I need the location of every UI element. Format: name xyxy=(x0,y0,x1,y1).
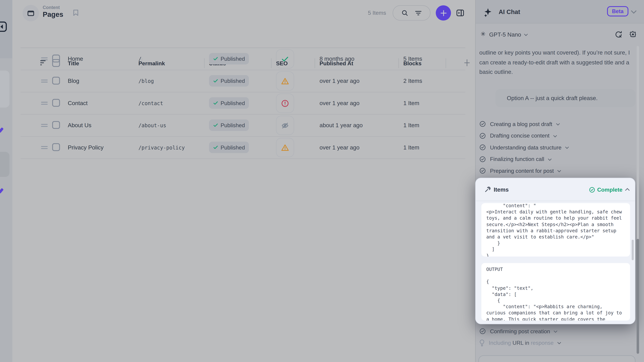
collection-icon-button[interactable] xyxy=(22,5,39,21)
tool-input-block[interactable]: "content": " <p>Interact daily with gent… xyxy=(481,203,630,257)
sidebar-check-icon xyxy=(0,188,4,194)
lightbulb-icon xyxy=(480,339,485,347)
user-message-text: Option A -- just a quick draft please. xyxy=(507,95,598,101)
table-row[interactable]: Privacy Policy /privacy-policy Published… xyxy=(20,136,465,159)
row-checkbox[interactable] xyxy=(52,99,60,107)
seo-status-button[interactable] xyxy=(276,49,294,68)
published-check-icon xyxy=(213,78,218,83)
page-title: Pages xyxy=(43,10,63,19)
permalink-cell: / xyxy=(138,56,142,62)
status-badge: Published xyxy=(209,119,249,131)
drag-handle-icon[interactable] xyxy=(41,57,48,60)
user-message-bubble: Option A -- just a quick draft please. xyxy=(495,89,636,107)
published-at-cell: over 1 year ago xyxy=(320,144,360,151)
row-checkbox[interactable] xyxy=(52,77,60,85)
page-title-cell[interactable]: Contact xyxy=(68,100,88,106)
task-item[interactable]: Understanding data structure xyxy=(480,142,569,153)
ai-chat-panel: AI Chat Beta ✳ GPT-5 Nano xyxy=(475,0,644,362)
tool-call-card: Items Complete "content": " <p>Interact … xyxy=(475,178,636,324)
sidebar-item[interactable] xyxy=(0,71,10,108)
breadcrumb: Content xyxy=(43,5,60,10)
drag-handle-icon[interactable] xyxy=(41,102,48,105)
tool-output-json: OUTPUT { "type": "text", "data": [ { "co… xyxy=(486,266,625,321)
seo-warning-icon xyxy=(281,77,289,85)
seo-status-button[interactable] xyxy=(276,116,294,135)
chevron-up-icon[interactable] xyxy=(625,188,630,191)
clear-history-icon[interactable] xyxy=(615,31,622,38)
toggle-right-panel-icon[interactable] xyxy=(456,9,464,17)
filter-icon[interactable] xyxy=(415,9,422,16)
tool-output-block[interactable]: OUTPUT { "type": "text", "data": [ { "co… xyxy=(481,263,630,321)
drag-handle-icon[interactable] xyxy=(41,146,48,149)
beta-badge: Beta xyxy=(607,6,628,16)
search-icon[interactable] xyxy=(401,9,408,16)
published-at-cell: about 1 year ago xyxy=(320,122,363,128)
task-item[interactable]: Creating a blog post draft xyxy=(480,118,560,130)
seo-status-button[interactable] xyxy=(276,94,294,113)
app-window: Content Pages 5 Items xyxy=(0,0,644,362)
gear-icon[interactable] xyxy=(629,31,636,38)
sidebar-check-icon xyxy=(0,127,4,133)
tool-card-header[interactable]: Items Complete xyxy=(476,178,635,201)
page-title-cell[interactable]: Privacy Policy xyxy=(68,144,104,151)
tool-card-status: Complete xyxy=(597,187,622,193)
task-item[interactable]: Preparing content for post xyxy=(480,165,561,176)
card-scrollbar-thumb[interactable] xyxy=(632,240,634,260)
table-row[interactable]: Home / Published 8 months ago 5 Items xyxy=(20,48,465,70)
create-item-button[interactable] xyxy=(436,5,451,20)
table-row[interactable]: About Us /about-us Published about 1 yea… xyxy=(20,114,465,137)
page-title-cell[interactable]: About Us xyxy=(68,122,91,128)
published-at-cell: 8 months ago xyxy=(320,55,354,62)
tool-card-title: Items xyxy=(494,186,509,193)
chevron-down-icon xyxy=(565,146,569,149)
published-check-icon xyxy=(213,56,218,61)
table-row[interactable]: Blog /blog Published over 1 year ago 2 I… xyxy=(20,70,465,92)
browser-window-icon xyxy=(28,10,34,16)
blocks-cell: 1 Item xyxy=(403,144,419,151)
panel-scrollbar-thumb[interactable] xyxy=(636,239,639,354)
task-item[interactable]: Confirming post creation xyxy=(480,326,558,337)
model-selector[interactable]: GPT-5 Nano xyxy=(489,31,528,38)
seo-status-button[interactable] xyxy=(276,71,294,91)
permalink-cell: /about-us xyxy=(138,122,166,128)
ai-chat-title: AI Chat xyxy=(498,8,520,15)
openai-logo-icon: ✳ xyxy=(480,30,486,38)
chevron-down-icon xyxy=(554,331,558,333)
main-content: Content Pages 5 Items xyxy=(12,0,475,362)
collapse-sidebar-icon[interactable] xyxy=(0,21,7,32)
check-circle-icon xyxy=(480,144,486,151)
row-checkbox[interactable] xyxy=(52,121,60,129)
blocks-cell: 1 Item xyxy=(403,100,419,106)
chevron-down-icon xyxy=(557,342,561,344)
status-badge: Published xyxy=(209,97,249,109)
permalink-cell: /contact xyxy=(138,100,163,106)
chat-input[interactable] xyxy=(478,355,636,362)
task-item[interactable]: Including URL in response xyxy=(480,337,561,349)
chevron-down-icon xyxy=(548,158,552,161)
seo-warning-icon xyxy=(281,143,289,152)
permalink-cell: /privacy-policy xyxy=(138,144,185,151)
task-item[interactable]: Finalizing function call xyxy=(480,153,552,165)
table-header: Title Permalink Status SEO Published At … xyxy=(20,26,465,48)
check-circle-icon xyxy=(480,132,486,139)
chevron-down-icon[interactable] xyxy=(631,10,636,14)
check-circle-icon xyxy=(480,121,486,127)
wrench-icon xyxy=(484,186,491,193)
sidebar-item[interactable] xyxy=(0,152,10,177)
row-checkbox[interactable] xyxy=(52,143,60,151)
task-item[interactable]: Drafting concise content xyxy=(480,130,557,141)
published-at-cell: over 1 year ago xyxy=(320,77,360,84)
published-check-icon xyxy=(213,145,218,150)
check-circle-icon xyxy=(480,156,486,162)
drag-handle-icon[interactable] xyxy=(41,124,48,127)
seo-status-button[interactable] xyxy=(276,138,294,157)
left-sidebar xyxy=(0,0,13,362)
page-title-cell[interactable]: Home xyxy=(68,55,83,62)
row-checkbox[interactable] xyxy=(52,54,60,62)
drag-handle-icon[interactable] xyxy=(41,80,48,82)
check-circle-icon xyxy=(480,328,486,335)
page-title-cell[interactable]: Blog xyxy=(68,77,79,84)
table-row[interactable]: Contact /contact Published over 1 year a… xyxy=(20,92,465,114)
status-badge: Published xyxy=(209,142,249,153)
bookmark-icon[interactable] xyxy=(73,9,78,16)
